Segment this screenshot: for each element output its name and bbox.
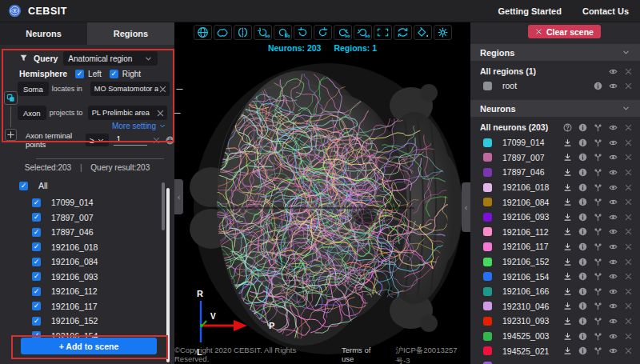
select-all-row[interactable]: All (19, 181, 48, 190)
info-button[interactable] (593, 81, 602, 90)
info-button[interactable] (578, 212, 587, 222)
color-swatch[interactable] (483, 317, 492, 326)
checkbox-checked[interactable] (75, 70, 84, 78)
clear-scene-button[interactable]: Clear scene (528, 25, 601, 38)
tree-button[interactable] (593, 138, 602, 147)
close-button[interactable] (623, 66, 633, 76)
brain-button[interactable] (214, 25, 232, 40)
checkbox-checked[interactable] (32, 242, 41, 251)
nav-getting-started[interactable]: Getting Started (498, 6, 561, 16)
color-swatch[interactable] (483, 302, 492, 310)
info-button[interactable] (578, 122, 587, 132)
tree-button[interactable] (593, 242, 602, 251)
eye-button[interactable] (608, 122, 618, 132)
add-to-scene-button[interactable]: + Add to scene (21, 338, 157, 354)
color-swatch[interactable] (483, 272, 492, 281)
eye-button[interactable] (608, 66, 618, 76)
info-button[interactable] (578, 138, 587, 147)
eye-button[interactable] (608, 302, 618, 311)
color-swatch[interactable] (483, 213, 492, 222)
more-setting-link[interactable]: More setting (112, 122, 166, 130)
neuron-checkbox-row[interactable]: 17099_014 (0, 195, 165, 210)
info-button[interactable] (578, 198, 587, 207)
eye-button[interactable] (608, 81, 618, 90)
download-button[interactable] (562, 242, 572, 251)
terms-of-use-link[interactable]: Terms of use (342, 346, 385, 364)
info-button[interactable] (578, 242, 587, 251)
neuron-checkbox-row[interactable]: 192106_084 (0, 254, 165, 270)
download-button[interactable] (562, 138, 572, 147)
eye-button[interactable] (608, 153, 618, 162)
download-button[interactable] (562, 198, 572, 207)
neuron-checkbox-row[interactable]: 17897_007 (0, 210, 165, 226)
info-button[interactable] (578, 153, 587, 162)
download-button[interactable] (562, 346, 572, 356)
close-button[interactable] (623, 182, 633, 192)
collapse-right-panel-handle[interactable]: ‹ (462, 182, 470, 232)
condition-value-input[interactable]: MO Somatomotor areas (90, 82, 170, 96)
checkbox-checked[interactable] (32, 287, 41, 296)
download-button[interactable] (562, 153, 572, 162)
question-button[interactable] (562, 122, 572, 132)
color-swatch[interactable] (483, 198, 492, 206)
atlas-button[interactable] (194, 25, 212, 40)
tree-button[interactable] (593, 302, 602, 311)
download-button[interactable] (562, 331, 572, 341)
tree-button[interactable] (593, 167, 602, 177)
rotate-down-90-button[interactable]: 90 (274, 25, 292, 40)
info-button[interactable] (578, 286, 587, 296)
neuron-checkbox-row[interactable]: 192106_152 (0, 314, 165, 329)
tree-button[interactable] (593, 182, 602, 192)
close-button[interactable] (623, 227, 633, 237)
info-button[interactable] (578, 227, 587, 237)
checkbox-checked[interactable] (32, 198, 41, 207)
color-swatch[interactable] (483, 138, 492, 147)
eye-button[interactable] (608, 182, 618, 192)
fullscreen-button[interactable] (374, 25, 392, 40)
tree-button[interactable] (593, 331, 602, 341)
info-button[interactable] (578, 272, 587, 282)
download-button[interactable] (562, 316, 572, 326)
checkbox-checked[interactable] (32, 272, 41, 281)
close-button[interactable] (623, 331, 633, 341)
color-swatch[interactable] (483, 153, 492, 162)
nav-contact-us[interactable]: Contact Us (582, 6, 629, 16)
tree-button[interactable] (593, 198, 602, 207)
hemisphere-left-checkbox[interactable]: Left (75, 70, 102, 78)
close-button[interactable] (623, 286, 633, 296)
settings-button[interactable] (434, 25, 452, 40)
eye-button[interactable] (608, 316, 618, 326)
eye-button[interactable] (608, 167, 618, 177)
close-button[interactable] (623, 153, 633, 162)
color-swatch[interactable] (483, 82, 492, 90)
download-button[interactable] (562, 257, 572, 266)
close-button[interactable] (623, 138, 633, 147)
info-button[interactable] (578, 302, 587, 311)
close-button[interactable] (623, 242, 633, 251)
tree-button[interactable] (593, 286, 602, 296)
eye-button[interactable] (608, 257, 618, 266)
checkbox-checked[interactable] (19, 182, 28, 190)
neuron-checkbox-row[interactable]: 17897_046 (0, 225, 165, 240)
eye-button[interactable] (608, 346, 618, 356)
rotate-left-button[interactable] (294, 25, 312, 40)
tree-button[interactable] (593, 346, 602, 356)
close-button[interactable] (623, 212, 633, 222)
eye-button[interactable] (608, 212, 618, 222)
info-button[interactable] (578, 167, 587, 177)
eye-button[interactable] (608, 198, 618, 207)
color-swatch[interactable] (483, 258, 492, 266)
tab-neurons[interactable]: Neurons (0, 22, 87, 45)
eye-button[interactable] (608, 242, 618, 251)
neuron-checkbox-row[interactable]: 192106_093 (0, 270, 165, 285)
color-swatch[interactable] (483, 346, 492, 355)
color-swatch[interactable] (483, 287, 492, 296)
roll-cw-90-button[interactable]: 90 (334, 25, 352, 40)
add-condition-button[interactable] (5, 129, 17, 141)
rotate-right-button[interactable] (314, 25, 332, 40)
close-button[interactable] (623, 167, 633, 177)
eye-button[interactable] (608, 227, 618, 237)
color-swatch[interactable] (483, 332, 492, 341)
regions-section-header[interactable]: Regions (470, 44, 640, 61)
close-button[interactable] (623, 272, 633, 282)
